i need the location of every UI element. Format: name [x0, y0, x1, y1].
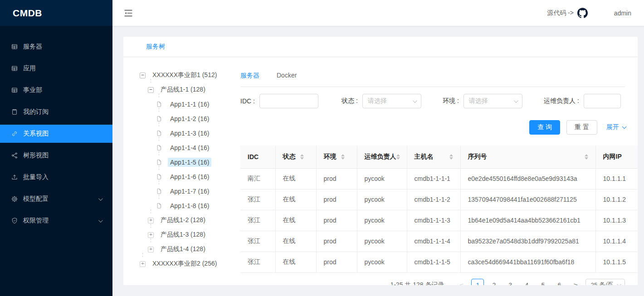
chevron-down-icon: [622, 124, 627, 129]
status-select-placeholder: 请选择: [368, 97, 387, 105]
sidebar-item-tree-view[interactable]: 树形视图: [0, 146, 112, 165]
detail-panel: 服务器 Docker IDC : 状态 : 请选择: [240, 68, 638, 285]
pagination-next[interactable]: >: [569, 279, 582, 286]
tree-node-label[interactable]: App1-1-5 (16): [168, 158, 211, 167]
sort-icon[interactable]: [585, 154, 588, 160]
filter-status: 状态 : 请选择: [342, 94, 443, 108]
sidebar-item-label: 服务器: [23, 43, 42, 51]
cell-private-ip: 10.1.1.2: [595, 189, 638, 210]
cell-hostname: cmdb1-1-1-1: [407, 168, 460, 189]
table-row: 张江 在线 prod pycook cmdb1-1-1-4 ba95232e7a…: [240, 231, 638, 252]
filter-ops-owner: 运维负责人 :: [544, 94, 621, 108]
pagination-page-2[interactable]: 2: [488, 279, 500, 286]
cell-ops-owner: pycook: [357, 168, 407, 189]
table-icon: [11, 43, 18, 50]
idc-input[interactable]: [259, 94, 318, 108]
tree-expand-icon[interactable]: +: [140, 261, 146, 267]
page-size-select[interactable]: 25 条/页: [585, 279, 625, 286]
tree-node-label[interactable]: App1-1-8 (16): [168, 201, 211, 210]
tree-node-label[interactable]: 产品线1-3 (128): [158, 230, 208, 240]
file-icon: [156, 174, 162, 180]
tree-node-label[interactable]: App1-1-3 (16): [168, 129, 211, 138]
pagination-page-3[interactable]: 3: [504, 279, 517, 286]
env-select[interactable]: 请选择: [463, 94, 522, 108]
pagination-page-4[interactable]: 4: [520, 279, 533, 286]
tree-node: App1-1-3 (16): [140, 126, 240, 141]
expand-link[interactable]: 展开: [606, 123, 625, 131]
sort-icon[interactable]: [300, 154, 304, 160]
tree-node-label[interactable]: 产品线1-4 (128): [158, 244, 208, 254]
cell-serial: ba95232e7a0548d3b1ddf97992025a81: [460, 231, 595, 252]
tree-node: App1-1-7 (16): [140, 184, 240, 199]
cell-status: 在线: [275, 189, 316, 210]
sidebar-item-permissions[interactable]: 权限管理: [0, 212, 112, 230]
env-select-placeholder: 请选择: [469, 97, 488, 105]
col-status[interactable]: 状态: [275, 146, 316, 168]
chevron-down-icon: [98, 196, 103, 201]
status-select[interactable]: 请选择: [362, 94, 421, 108]
tree-node-label[interactable]: 产品线1-2 (128): [158, 215, 208, 225]
chevron-down-icon: [514, 98, 518, 103]
tree-node-label[interactable]: XXXXXX事业部2 (256): [150, 259, 219, 269]
app-logo[interactable]: CMDB: [0, 0, 112, 26]
cell-status: 在线: [275, 168, 316, 189]
tab-servers[interactable]: 服务器: [240, 72, 259, 80]
tree-node-label[interactable]: 产品线1-1 (128): [158, 85, 208, 95]
sidebar-menu: 服务器 应用 事业部 我的订阅 关系视图: [0, 26, 112, 230]
tree-expand-icon[interactable]: +: [148, 218, 154, 223]
cell-idc: 南汇: [240, 168, 275, 189]
cell-status: 在线: [275, 231, 316, 252]
user-menu[interactable]: admin: [614, 10, 631, 17]
tree-expand-icon[interactable]: +: [148, 232, 154, 238]
sidebar-item-servers[interactable]: 服务器: [0, 38, 112, 56]
col-hostname[interactable]: 主机名: [407, 146, 460, 168]
ops-owner-input[interactable]: [584, 94, 621, 108]
tree-node-label[interactable]: XXXXXX事业部1 (512): [150, 70, 219, 80]
sidebar-item-business-units[interactable]: 事业部: [0, 81, 112, 99]
sort-icon[interactable]: [396, 154, 400, 160]
shield-icon: [11, 217, 18, 224]
menu-fold-icon[interactable]: [123, 8, 133, 18]
sort-icon[interactable]: [449, 154, 453, 160]
col-serial[interactable]: 序列号: [460, 146, 595, 168]
pagination-page-5[interactable]: 5: [537, 279, 549, 286]
cell-serial: 135709447098441fa1e002688f271125: [460, 189, 595, 210]
sidebar-item-apps[interactable]: 应用: [0, 59, 112, 78]
cell-env: prod: [316, 252, 357, 272]
sidebar-item-relation-view[interactable]: 关系视图: [0, 125, 112, 143]
source-code-link[interactable]: 源代码 ->: [547, 8, 588, 18]
top-header: 源代码 -> admin: [112, 0, 644, 26]
tab-docker[interactable]: Docker: [277, 72, 297, 80]
tree-node-label[interactable]: App1-1-1 (16): [168, 100, 211, 109]
col-ops-owner[interactable]: 运维负责人: [357, 146, 407, 168]
tree-node-label[interactable]: App1-1-4 (16): [168, 143, 211, 152]
pagination-page-1[interactable]: 1: [471, 279, 484, 286]
tree-node-label[interactable]: App1-1-6 (16): [168, 172, 211, 181]
tree-expand-icon[interactable]: +: [148, 247, 154, 252]
file-icon: [156, 203, 162, 209]
sidebar-item-subscriptions[interactable]: 我的订阅: [0, 103, 112, 121]
cell-ops-owner: pycook: [357, 231, 407, 252]
cell-private-ip: 10.1.1.5: [595, 252, 638, 272]
sidebar-item-bulk-import[interactable]: 批量导入: [0, 168, 112, 186]
table-icon: [11, 87, 18, 94]
sort-icon[interactable]: [341, 154, 345, 160]
sidebar-item-model-config[interactable]: 模型配置: [0, 190, 112, 208]
pagination-page-6[interactable]: 6: [553, 279, 566, 286]
pagination-prev[interactable]: <: [455, 279, 468, 286]
cell-hostname: cmdb1-1-1-5: [407, 252, 460, 272]
tree-collapse-icon[interactable]: −: [140, 73, 146, 78]
chevron-down-icon: [617, 282, 621, 285]
cell-env: prod: [316, 231, 357, 252]
tree-node-label[interactable]: App1-1-2 (16): [168, 114, 211, 123]
query-button[interactable]: 查 询: [529, 120, 560, 135]
tab-service-tree[interactable]: 服务树: [146, 43, 165, 51]
file-icon: [156, 101, 162, 107]
cell-status: 在线: [275, 210, 316, 231]
gear-icon: [11, 195, 18, 203]
col-env[interactable]: 环境: [316, 146, 357, 168]
tree-node: − XXXXXX事业部1 (512): [140, 68, 240, 82]
reset-button[interactable]: 重 置: [566, 120, 597, 135]
tree-node-label[interactable]: App1-1-7 (16): [168, 187, 211, 196]
tree-collapse-icon[interactable]: −: [148, 87, 154, 93]
